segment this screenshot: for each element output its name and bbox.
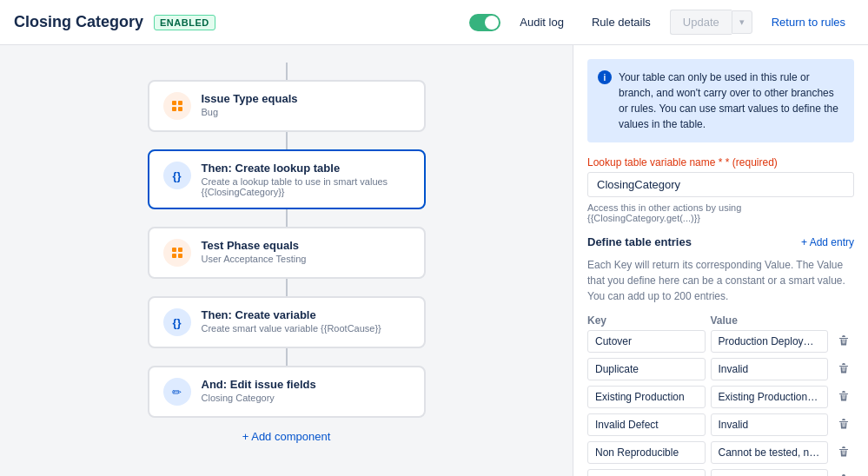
enabled-toggle[interactable]: [469, 14, 500, 31]
node-content-create-variable: Then: Create variable Create smart value…: [202, 308, 381, 334]
toggle-container[interactable]: [469, 14, 500, 31]
node-content-create-lookup: Then: Create lookup table Create a looku…: [202, 162, 410, 197]
delete-entry-4-button[interactable]: [833, 445, 854, 460]
table-description: Each Key will return its corresponding V…: [587, 257, 854, 304]
entry-value-3[interactable]: [711, 413, 829, 436]
node-subtitle-create-variable: Create smart value variable {{RootCause}…: [202, 323, 381, 334]
entry-key-1[interactable]: [587, 358, 706, 380]
app-header: Closing Category ENABLED Audit log Rule …: [0, 0, 868, 45]
return-to-rules-button[interactable]: Return to rules: [763, 10, 854, 34]
main-content: Issue Type equals Bug {} Then: Create lo…: [0, 45, 868, 476]
node-title-issue-type: Issue Type equals: [202, 92, 298, 105]
table-row: [587, 386, 854, 408]
update-button-group: Update ▾: [670, 10, 752, 35]
node-content-edit-fields: And: Edit issue fields Closing Category: [202, 378, 316, 403]
node-content-test-phase: Test Phase equals User Acceptance Testin…: [202, 239, 307, 264]
svg-rect-6: [172, 254, 176, 258]
entry-value-5[interactable]: [711, 469, 829, 476]
entry-key-3[interactable]: [587, 413, 706, 436]
info-text: Your table can only be used in this rule…: [619, 69, 844, 132]
workflow-node-test-phase[interactable]: Test Phase equals User Acceptance Testin…: [148, 227, 426, 279]
entry-value-1[interactable]: [711, 358, 829, 380]
delete-entry-5-button[interactable]: [833, 473, 854, 476]
entry-key-4[interactable]: [587, 441, 706, 464]
delete-entry-2-button[interactable]: [833, 389, 854, 405]
flow-connector-4: [286, 279, 288, 296]
node-subtitle-create-lookup: Create a lookup table to use in smart va…: [202, 176, 410, 197]
audit-log-button[interactable]: Audit log: [511, 10, 573, 34]
entry-key-2[interactable]: [587, 386, 706, 408]
workflow-node-issue-type[interactable]: Issue Type equals Bug: [148, 80, 426, 132]
flow-connector-5: [286, 348, 288, 366]
node-title-test-phase: Test Phase equals: [202, 239, 307, 252]
node-title-edit-fields: And: Edit issue fields: [202, 378, 316, 391]
flow-connector-3: [286, 209, 288, 227]
delete-entry-0-button[interactable]: [833, 334, 854, 349]
workflow-node-edit-fields[interactable]: ✏ And: Edit issue fields Closing Categor…: [148, 366, 426, 418]
enabled-badge: ENABLED: [154, 15, 215, 30]
workflow-node-create-variable[interactable]: {} Then: Create variable Create smart va…: [148, 296, 426, 348]
right-panel: i Your table can only be used in this ru…: [573, 45, 868, 476]
table-row: [587, 358, 854, 380]
table-row: [587, 330, 854, 353]
table-row: [587, 469, 854, 476]
entry-key-5[interactable]: [587, 469, 706, 476]
col-header-key: Key: [587, 314, 706, 327]
node-icon-issue-type: [163, 92, 191, 120]
entry-value-2[interactable]: [711, 386, 829, 408]
svg-rect-2: [172, 107, 176, 111]
rule-details-button[interactable]: Rule details: [583, 10, 659, 34]
table-row: [587, 413, 854, 436]
page-title: Closing Category: [14, 13, 143, 31]
node-title-create-variable: Then: Create variable: [202, 308, 381, 321]
node-icon-test-phase: [163, 239, 191, 267]
delete-entry-1-button[interactable]: [833, 361, 854, 377]
svg-rect-0: [172, 101, 176, 105]
workflow-panel: Issue Type equals Bug {} Then: Create lo…: [0, 45, 573, 476]
table-row: [587, 441, 854, 464]
svg-rect-7: [178, 254, 182, 258]
info-icon: i: [598, 70, 612, 84]
svg-rect-3: [178, 107, 182, 111]
node-content-issue-type: Issue Type equals Bug: [202, 92, 298, 117]
entry-key-0[interactable]: [587, 330, 706, 353]
flow-connector-2: [286, 132, 288, 149]
add-component-button[interactable]: + Add component: [242, 421, 331, 452]
col-header-value: Value: [711, 314, 829, 327]
node-title-create-lookup: Then: Create lookup table: [202, 162, 410, 175]
access-hint: Access this in other actions by using {{…: [587, 202, 854, 223]
node-subtitle-test-phase: User Acceptance Testing: [202, 254, 307, 264]
node-icon-create-variable: {}: [163, 308, 191, 336]
node-icon-create-lookup: {}: [163, 162, 191, 189]
info-box: i Your table can only be used in this ru…: [587, 59, 854, 142]
section-title: Define table entries: [587, 235, 692, 248]
entry-value-4[interactable]: [711, 441, 829, 464]
workflow-node-create-lookup[interactable]: {} Then: Create lookup table Create a lo…: [148, 149, 426, 209]
node-subtitle-edit-fields: Closing Category: [202, 393, 316, 403]
node-icon-edit-fields: ✏: [163, 378, 191, 406]
update-dropdown-button[interactable]: ▾: [732, 10, 752, 34]
table-entries: [587, 330, 854, 476]
svg-rect-4: [172, 248, 176, 252]
table-column-headers: Key Value: [587, 314, 854, 327]
variable-name-label: Lookup table variable name * * (required…: [587, 156, 854, 169]
flow-connector: [286, 63, 288, 80]
svg-rect-1: [178, 101, 182, 105]
variable-name-input[interactable]: [587, 172, 854, 197]
section-header: Define table entries + Add entry: [587, 235, 854, 248]
node-subtitle-issue-type: Bug: [202, 107, 298, 117]
svg-rect-5: [178, 248, 182, 252]
entry-value-0[interactable]: [711, 330, 829, 353]
delete-entry-3-button[interactable]: [833, 417, 854, 433]
add-entry-button[interactable]: + Add entry: [801, 236, 854, 248]
update-button[interactable]: Update: [670, 10, 732, 35]
